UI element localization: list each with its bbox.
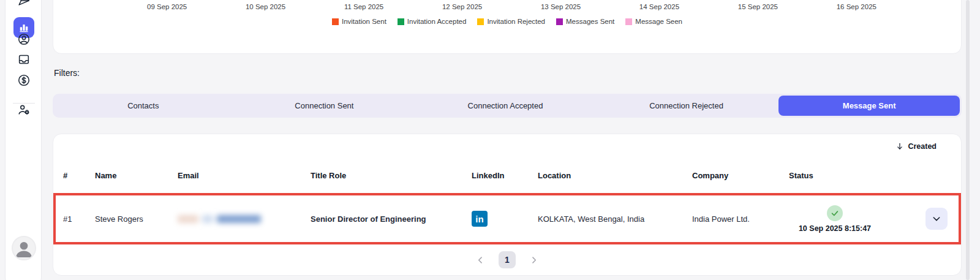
tab-contacts[interactable]: Contacts <box>53 94 234 118</box>
col-title-role: Title Role <box>311 171 472 180</box>
axis-date: 10 Sep 2025 <box>246 3 285 10</box>
sidebar <box>5 0 42 280</box>
legend-label: Messages Sent <box>566 18 614 25</box>
axis-date: 11 Sep 2025 <box>344 3 383 10</box>
axis-date: 15 Sep 2025 <box>738 3 778 10</box>
status-timestamp: 10 Sep 2025 8:15:47 <box>799 224 871 233</box>
legend-item: Invitation Rejected <box>477 18 545 25</box>
axis-date: 12 Sep 2025 <box>442 3 482 10</box>
col-status: Status <box>789 171 893 180</box>
tab-connection-rejected[interactable]: Connection Rejected <box>596 94 777 118</box>
check-circle-icon <box>827 205 843 221</box>
legend-item: Invitation Sent <box>332 18 386 25</box>
legend-item: Invitation Accepted <box>398 18 467 25</box>
app-root: 09 Sep 2025 10 Sep 2025 11 Sep 2025 12 S… <box>0 0 980 280</box>
axis-date: 13 Sep 2025 <box>541 3 581 10</box>
row-name: Steve Rogers <box>95 214 178 224</box>
col-index: # <box>63 171 95 180</box>
row-company: India Power Ltd. <box>692 214 789 224</box>
chevron-down-icon <box>932 214 941 224</box>
legend-label: Invitation Sent <box>342 18 386 25</box>
linkedin-icon[interactable]: in <box>472 211 488 227</box>
next-page-button[interactable] <box>529 255 538 265</box>
vertical-scrollbar[interactable] <box>966 0 970 280</box>
chart-x-axis: 09 Sep 2025 10 Sep 2025 11 Sep 2025 12 S… <box>147 3 876 10</box>
col-name: Name <box>95 171 178 180</box>
legend-swatch-icon <box>332 18 339 25</box>
sort-created-button[interactable]: Created <box>895 142 937 151</box>
legend-item: Message Seen <box>625 18 682 25</box>
row-index: #1 <box>63 214 95 224</box>
axis-date: 09 Sep 2025 <box>147 3 187 10</box>
chart-card: 09 Sep 2025 10 Sep 2025 11 Sep 2025 12 S… <box>53 0 962 54</box>
legend-swatch-icon <box>625 18 632 25</box>
legend-item: Messages Sent <box>556 18 614 25</box>
chevron-left-icon <box>476 255 485 265</box>
axis-date: 16 Sep 2025 <box>837 3 876 10</box>
col-company: Company <box>692 171 789 180</box>
user-circle-icon[interactable] <box>17 32 31 46</box>
chevron-right-icon <box>529 255 538 265</box>
user-avatar[interactable] <box>12 236 36 260</box>
tab-connection-accepted[interactable]: Connection Accepted <box>415 94 596 118</box>
legend-label: Invitation Accepted <box>407 18 467 25</box>
table-header-row: # Name Email Title Role LinkedIn Locatio… <box>53 165 961 186</box>
col-linkedin: LinkedIn <box>472 171 538 180</box>
row-status: 10 Sep 2025 8:15:47 <box>789 205 881 233</box>
contacts-table-card: Created # Name Email Title Role LinkedIn… <box>53 134 962 276</box>
dollar-circle-icon[interactable] <box>17 74 31 87</box>
legend-swatch-icon <box>477 18 484 25</box>
axis-date: 14 Sep 2025 <box>639 3 679 10</box>
pagination: 1 <box>53 249 961 270</box>
prev-page-button[interactable] <box>476 255 485 265</box>
arrow-down-icon <box>895 142 904 151</box>
row-location: KOLKATA, West Bengal, India <box>538 214 692 224</box>
filter-tab-bar: Contacts Connection Sent Connection Acce… <box>53 94 962 118</box>
col-email: Email <box>178 171 311 180</box>
user-settings-icon[interactable] <box>17 103 31 116</box>
filters-label: Filters: <box>54 68 80 78</box>
legend-swatch-icon <box>556 18 563 25</box>
row-email-redacted <box>178 213 273 224</box>
table-row[interactable]: #1 Steve Rogers Senior Director of Engin… <box>53 193 961 244</box>
page-number[interactable]: 1 <box>499 251 516 268</box>
legend-swatch-icon <box>398 18 404 25</box>
chart-legend: Invitation Sent Invitation Accepted Invi… <box>53 18 961 25</box>
row-expand-button[interactable] <box>925 208 948 230</box>
row-title-role: Senior Director of Engineering <box>311 214 472 224</box>
tab-message-sent[interactable]: Message Sent <box>778 96 960 116</box>
send-icon[interactable] <box>17 0 31 7</box>
legend-label: Message Seen <box>635 18 682 25</box>
col-location: Location <box>538 171 692 180</box>
tab-connection-sent[interactable]: Connection Sent <box>234 94 415 118</box>
sort-label: Created <box>908 142 937 151</box>
legend-label: Invitation Rejected <box>487 18 545 25</box>
inbox-icon[interactable] <box>17 53 31 66</box>
